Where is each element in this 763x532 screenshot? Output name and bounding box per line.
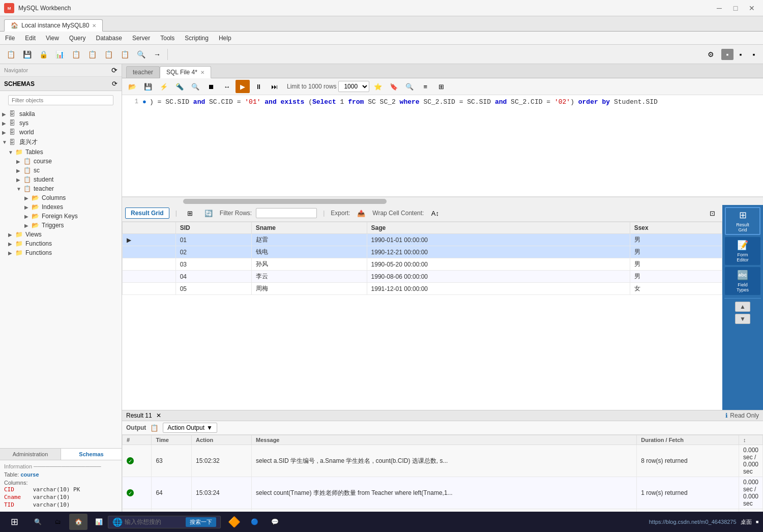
view-btn-1[interactable]: ▪ <box>721 49 733 60</box>
menu-file[interactable]: File <box>0 33 20 44</box>
taskbar-pinned-1[interactable]: 🔶 <box>225 514 243 530</box>
table-row[interactable]: 03 孙风 1990-05-20 00:00:00 男 <box>123 258 722 271</box>
nav-tab-administration[interactable]: Administration <box>0 449 61 460</box>
taskbar-app-3[interactable]: 🏠 <box>69 514 87 530</box>
tree-item-stored-procedures[interactable]: ▶ 📁 Functions <box>0 239 122 248</box>
filter-input[interactable] <box>8 95 113 105</box>
pause-btn[interactable]: ⏸ <box>251 80 266 93</box>
menu-server[interactable]: Server <box>127 33 155 44</box>
tree-item-functions[interactable]: ▶ 📁 Functions <box>0 248 122 257</box>
menu-query[interactable]: Query <box>64 33 91 44</box>
explain-btn[interactable]: 🔍 <box>188 80 202 93</box>
minimize-button[interactable]: ─ <box>712 3 726 13</box>
export-btn[interactable]: 📤 <box>354 206 368 220</box>
tree-item-student[interactable]: ▶ 📋 student <box>0 175 122 184</box>
sql-tab-close-icon[interactable]: ✕ <box>200 70 204 75</box>
tree-item-triggers[interactable]: ▶ 📂 Triggers <box>0 221 122 230</box>
table-row[interactable]: 04 李云 1990-08-06 00:00:00 男 <box>123 271 722 283</box>
result-close-btn[interactable]: ✕ <box>156 412 161 419</box>
run-btn[interactable]: ⚡ <box>157 80 171 93</box>
sql-tab-file4[interactable]: SQL File 4* ✕ <box>160 66 211 78</box>
view-btn-2[interactable]: ▪ <box>735 49 747 60</box>
wrap-icon-btn[interactable]: A↕ <box>428 206 442 220</box>
toolbar-btn-settings[interactable]: ⚙ <box>703 47 718 62</box>
toolbar-btn-7[interactable]: 📋 <box>101 47 116 62</box>
output-row[interactable]: ✓ 64 15:03:24 select count(Tname) 李姓老师的数… <box>123 477 763 509</box>
tree-item-course[interactable]: ▶ 📋 course <box>0 157 122 166</box>
toolbar-btn-4[interactable]: 📊 <box>52 47 67 62</box>
scroll-down-btn[interactable]: ▼ <box>735 314 750 324</box>
scroll-thumb[interactable] <box>183 199 387 204</box>
tree-item-teacher[interactable]: ▼ 📋 teacher <box>0 184 122 193</box>
run-cursor-btn[interactable]: 🔦 <box>172 80 187 93</box>
taskbar-show-desktop[interactable]: ▪ <box>756 517 759 527</box>
taskbar-pinned-3[interactable]: 💬 <box>266 514 284 530</box>
grid-icon-btn[interactable]: ⊞ <box>183 206 197 220</box>
toolbar-btn-6[interactable]: 📋 <box>84 47 100 62</box>
skip-btn[interactable]: ⏭ <box>267 80 281 93</box>
more-btn[interactable]: ⊞ <box>434 80 448 93</box>
taskbar-search-button[interactable]: 搜索一下 <box>186 517 216 527</box>
horizontal-scrollbar[interactable] <box>122 197 763 205</box>
nav-refresh-btn[interactable]: ⟳ <box>111 66 118 74</box>
taskbar-search-input[interactable] <box>125 518 186 525</box>
taskbar-app-4[interactable]: 📊 <box>90 514 108 530</box>
limit-dropdown[interactable]: 1000 500 100 <box>338 81 369 92</box>
menu-edit[interactable]: Edit <box>20 33 41 44</box>
output-row[interactable]: ✓ 63 15:02:32 select a.SID 学生编号 , a.Snam… <box>123 445 763 477</box>
taskbar-pinned-2[interactable]: 🔵 <box>245 514 263 530</box>
find-btn[interactable]: 🔍 <box>402 80 417 93</box>
tree-item-foreign-keys[interactable]: ▶ 📂 Foreign Keys <box>0 212 122 221</box>
stop-btn[interactable]: ⏹ <box>204 80 218 93</box>
toolbar-btn-2[interactable]: 💾 <box>19 47 35 62</box>
filter-icon-btn[interactable]: 🔄 <box>201 206 216 220</box>
table-row[interactable]: 05 周梅 1991-12-01 00:00:00 女 <box>123 283 722 295</box>
menu-database[interactable]: Database <box>91 33 127 44</box>
result-grid-btn[interactable]: Result Grid <box>125 208 169 219</box>
result-grid-panel-btn[interactable]: ⊞ ResultGrid <box>725 207 760 235</box>
sql-code-editor[interactable]: 1 ● ) = SC.SID and SC.CID = '01' and exi… <box>122 95 763 197</box>
menu-tools[interactable]: Tools <box>155 33 180 44</box>
tree-item-sc[interactable]: ▶ 📋 sc <box>0 166 122 175</box>
main-tab[interactable]: 🏠 Local instance MySQL80 ✕ <box>4 19 103 32</box>
star-btn[interactable]: ⭐ <box>371 80 385 93</box>
tree-item-sakila[interactable]: ▶ 🗄 sakila <box>0 109 122 119</box>
tree-item-pangxingcai[interactable]: ▼ 🗄 庞兴才 <box>0 137 122 147</box>
toggle-btn[interactable]: ↔ <box>220 80 234 93</box>
bookmark-btn[interactable]: 🔖 <box>387 80 401 93</box>
copy-icon-btn[interactable]: 📋 <box>150 424 159 432</box>
save-file-btn[interactable]: 💾 <box>141 80 155 93</box>
view-btn-3[interactable]: ▪ <box>748 49 760 60</box>
open-file-btn[interactable]: 📂 <box>125 80 139 93</box>
tree-item-views[interactable]: ▶ 📁 Views <box>0 230 122 239</box>
schema-toggle[interactable]: ⟳ <box>112 80 118 87</box>
field-types-btn[interactable]: 🔤 FieldTypes <box>725 267 760 295</box>
menu-view[interactable]: View <box>41 33 64 44</box>
taskbar-app-1[interactable]: 🔍 <box>28 514 47 530</box>
nav-tab-schemas[interactable]: Schemas <box>61 449 122 460</box>
table-row[interactable]: ▶ 01 赵雷 1990-01-01 00:00:00 男 <box>123 234 722 246</box>
format-btn[interactable]: ≡ <box>418 80 432 93</box>
scroll-up-btn[interactable]: ▲ <box>735 302 750 312</box>
toolbar-btn-9[interactable]: 🔍 <box>133 47 149 62</box>
tree-item-world[interactable]: ▶ 🗄 world <box>0 128 122 137</box>
maximize-button[interactable]: □ <box>728 3 743 13</box>
tree-item-indexes[interactable]: ▶ 📂 Indexes <box>0 202 122 212</box>
toolbar-btn-8[interactable]: 📋 <box>117 47 132 62</box>
toolbar-btn-3[interactable]: 🔒 <box>36 47 51 62</box>
tree-item-columns[interactable]: ▶ 📂 Columns <box>0 193 122 202</box>
toolbar-btn-5[interactable]: 📋 <box>68 47 83 62</box>
sql-tab-teacher[interactable]: teacher <box>126 66 160 78</box>
tree-item-sys[interactable]: ▶ 🗄 sys <box>0 119 122 128</box>
tab-close-icon[interactable]: ✕ <box>92 23 96 28</box>
close-button[interactable]: ✕ <box>745 3 759 13</box>
execute-btn[interactable]: ▶ <box>236 80 250 93</box>
toolbar-btn-10[interactable]: → <box>150 47 165 62</box>
action-output-dropdown[interactable]: Action Output ▼ <box>163 423 217 433</box>
menu-scripting[interactable]: Scripting <box>180 33 214 44</box>
menu-help[interactable]: Help <box>214 33 237 44</box>
taskbar-app-2[interactable]: 🗂 <box>49 514 67 530</box>
table-row[interactable]: 02 钱电 1990-12-21 00:00:00 男 <box>123 246 722 258</box>
form-editor-btn[interactable]: 📝 FormEditor <box>725 237 760 265</box>
filter-rows-input[interactable] <box>256 208 317 218</box>
